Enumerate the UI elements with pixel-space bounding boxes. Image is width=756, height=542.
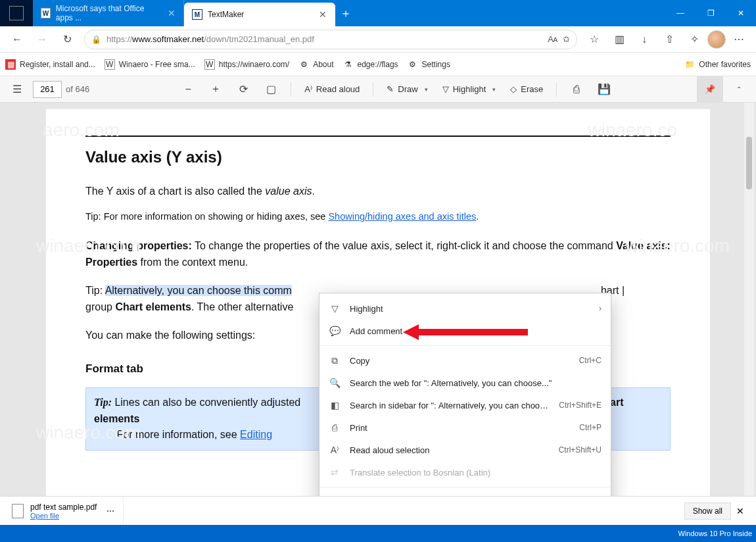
doc-link[interactable]: Showing/hiding axes and axis titles [328, 211, 476, 222]
bookmark-item[interactable]: Whttps://winaero.com/ [204, 59, 289, 70]
close-window-button[interactable]: ✕ [726, 0, 756, 26]
url-text: https://www.softmaker.net/down/tm2021man… [106, 34, 542, 44]
extensions-button[interactable]: ✧ [682, 29, 706, 50]
windows-taskbar: Windows 10 Pro Inside [0, 525, 756, 542]
show-all-downloads-button[interactable]: Show all [684, 503, 731, 520]
new-tab-button[interactable]: ＋ [335, 5, 356, 21]
browser-tab-2-active[interactable]: M TextMaker ✕ [184, 3, 335, 26]
vertical-scrollbar[interactable] [744, 103, 754, 496]
page-total: of 646 [66, 84, 89, 94]
menu-read-aloud[interactable]: A⁾Read aloud selectionCtrl+Shift+U [319, 439, 611, 461]
taskbar-pinned-icon[interactable] [0, 0, 33, 26]
chevron-up-icon[interactable]: ⌃ [727, 79, 751, 100]
print-button[interactable]: ⎙ [565, 79, 588, 100]
erase-button[interactable]: ◇Erase [505, 79, 548, 100]
bookmark-item[interactable]: ⚙About [298, 59, 333, 70]
downloads-bar: pdf text sample.pdf Open file ⋯ Show all… [0, 496, 756, 525]
url-field[interactable]: 🔒 https://www.softmaker.net/down/tm2021m… [84, 30, 577, 49]
open-file-link[interactable]: Open file [30, 512, 97, 520]
copy-icon: ⧉ [329, 355, 341, 366]
menu-search-web[interactable]: 🔍Search the web for ": Alternatively, yo… [319, 372, 611, 394]
download-filename: pdf text sample.pdf [30, 503, 97, 512]
text-selection: Alternatively, you can choose this comm [105, 285, 292, 296]
close-downloads-bar[interactable]: ✕ [731, 506, 749, 516]
tab-label: TextMaker [208, 10, 244, 19]
doc-paragraph: Changing properties: To change the prope… [85, 238, 671, 271]
favicon-icon: ▦ [5, 59, 16, 70]
bookmark-item[interactable]: WWinaero - Free sma... [105, 59, 195, 70]
highlighter-icon: ▽ [329, 303, 341, 314]
favorite-star-icon[interactable]: ✩ [563, 34, 570, 44]
draw-button[interactable]: ✎Draw▾ [381, 79, 433, 100]
lock-icon: 🔒 [91, 35, 101, 44]
windows-edition-label: Windows 10 Pro Inside [678, 530, 753, 537]
speaker-icon: A⁾ [304, 84, 312, 94]
pdf-toolbar: ☰ of 646 − ＋ ⟳ ▢ A⁾Read aloud ✎Draw▾ ▽Hi… [0, 76, 756, 103]
address-bar: ← → ↻ 🔒 https://www.softmaker.net/down/t… [0, 26, 756, 53]
menu-print[interactable]: ⎙PrintCtrl+P [319, 416, 611, 439]
other-favorites-folder[interactable]: 📁Other favorites [684, 59, 751, 70]
scroll-thumb[interactable] [746, 137, 752, 189]
eraser-icon: ◇ [510, 84, 517, 94]
minimize-button[interactable]: — [665, 0, 696, 26]
close-tab-icon[interactable]: ✕ [319, 9, 327, 20]
favicon-icon: M [192, 9, 202, 20]
menu-add-comment[interactable]: 💬Add comment [319, 320, 611, 342]
folder-icon: 📁 [684, 59, 695, 70]
menu-copy[interactable]: ⧉CopyCtrl+C [319, 349, 611, 372]
favorites-button[interactable]: ☆ [582, 29, 606, 50]
rotate-button[interactable]: ⟳ [231, 79, 255, 100]
speaker-icon: A⁾ [329, 445, 341, 455]
chevron-down-icon[interactable]: ▾ [425, 86, 428, 93]
doc-heading: Value axis (Y axis) [85, 145, 671, 169]
comment-icon: 💬 [329, 326, 341, 336]
favicon-icon: W [105, 59, 115, 70]
search-icon: 🔍 [329, 378, 341, 388]
favicon-icon: W [41, 8, 51, 18]
favicon-icon: W [204, 59, 215, 70]
reload-button[interactable]: ↻ [55, 29, 79, 50]
chevron-right-icon: › [599, 304, 602, 313]
zoom-in-button[interactable]: ＋ [204, 79, 227, 100]
doc-link[interactable]: Editing [240, 429, 272, 440]
gear-icon: ⚙ [298, 59, 309, 70]
more-menu-button[interactable]: ⋯ [727, 29, 751, 50]
file-icon [12, 504, 24, 518]
collections-button[interactable]: ▥ [607, 29, 631, 50]
doc-tip: Tip: For more information on showing or … [85, 209, 671, 224]
gear-icon: ⚙ [408, 59, 418, 70]
menu-translate: ⇄Translate selection to Bosnian (Latin) [319, 461, 611, 483]
downloads-button[interactable]: ↓ [632, 29, 656, 50]
highlight-button[interactable]: ▽Highlight▾ [437, 79, 502, 100]
titlebar: W Microsoft says that Office apps ... ✕ … [0, 0, 756, 26]
fit-page-button[interactable]: ▢ [259, 79, 283, 100]
contents-button[interactable]: ☰ [5, 79, 29, 100]
back-button[interactable]: ← [5, 29, 29, 50]
pin-toolbar-button[interactable]: 📌 [697, 76, 723, 103]
chevron-down-icon[interactable]: ▾ [492, 86, 496, 93]
translate-icon: ⇄ [329, 467, 341, 478]
menu-search-sidebar[interactable]: ◧Search in sidebar for ": Alternatively,… [319, 394, 611, 416]
bookmark-item[interactable]: ⚗edge://flags [343, 59, 398, 70]
maximize-button[interactable]: ❐ [696, 0, 726, 26]
browser-tab-1[interactable]: W Microsoft says that Office apps ... ✕ [33, 0, 184, 26]
profile-avatar[interactable] [707, 30, 726, 49]
window-controls: — ❐ ✕ [665, 0, 756, 26]
bookmark-item[interactable]: ⚙Settings [408, 59, 450, 70]
share-button[interactable]: ⇧ [657, 29, 681, 50]
zoom-out-button[interactable]: − [176, 79, 200, 100]
read-aloud-button[interactable]: A⁾Read aloud [299, 79, 365, 100]
pen-icon: ✎ [387, 84, 394, 94]
flask-icon: ⚗ [343, 59, 354, 70]
bookmark-item[interactable]: ▦Register, install and... [5, 59, 95, 70]
save-button[interactable]: 💾 [592, 79, 616, 100]
menu-highlight[interactable]: ▽Highlight› [319, 297, 611, 320]
page-number-input[interactable] [33, 81, 62, 98]
download-item[interactable]: pdf text sample.pdf Open file ⋯ [7, 497, 124, 525]
sidebar-icon: ◧ [329, 400, 341, 410]
close-tab-icon[interactable]: ✕ [168, 8, 176, 18]
download-more-icon[interactable]: ⋯ [103, 506, 118, 516]
doc-paragraph: The Y axis of a chart is also called the… [85, 184, 671, 200]
forward-button: → [30, 29, 54, 50]
text-size-icon[interactable]: Aᴀ [548, 34, 557, 44]
